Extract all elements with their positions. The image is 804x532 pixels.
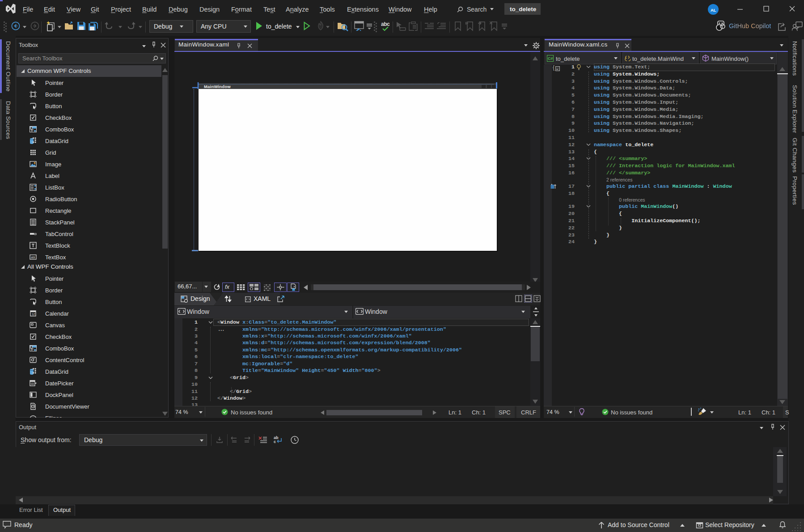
svg-text:C#: C# [548, 56, 553, 61]
svg-text:c: c [274, 439, 276, 444]
svg-text:12: 12 [32, 312, 35, 316]
svg-text:abl: abl [31, 256, 35, 259]
